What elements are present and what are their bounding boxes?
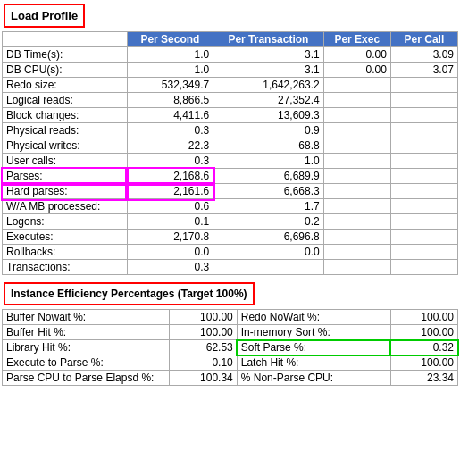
lp-per-exec xyxy=(323,78,390,93)
lp-per-tx: 13,609.3 xyxy=(213,108,323,123)
lp-per-exec xyxy=(323,138,390,154)
lp-per-second: 1.0 xyxy=(127,63,213,78)
lp-per-tx: 68.8 xyxy=(213,138,323,154)
lp-per-second: 0.3 xyxy=(127,123,213,138)
eff-val1: 0.10 xyxy=(170,355,237,371)
lp-per-second: 532,349.7 xyxy=(127,78,213,93)
lp-per-second: 0.6 xyxy=(127,199,213,214)
lp-per-call xyxy=(390,78,457,93)
lp-per-exec xyxy=(323,260,390,275)
eff-label1: Execute to Parse %: xyxy=(3,355,170,371)
lp-per-tx: 0.9 xyxy=(213,123,323,138)
lp-per-tx: 1,642,263.2 xyxy=(213,78,323,93)
lp-per-call: 3.07 xyxy=(390,63,457,78)
eff-label1: Buffer Hit %: xyxy=(3,325,170,340)
lp-row-label: Logical reads: xyxy=(3,93,128,108)
eff-val2: 23.34 xyxy=(390,371,457,386)
lp-row-label: Hard parses: xyxy=(3,184,128,199)
eff-val1: 100.00 xyxy=(170,325,237,340)
lp-per-exec: 0.00 xyxy=(323,47,390,63)
lp-row-label: Rollbacks: xyxy=(3,245,128,260)
lp-per-second: 0.3 xyxy=(127,260,213,275)
lp-per-second: 0.1 xyxy=(127,214,213,230)
lp-per-call xyxy=(390,93,457,108)
lp-row-label: Redo size: xyxy=(3,78,128,93)
lp-per-exec: 0.00 xyxy=(323,63,390,78)
lp-per-call xyxy=(390,214,457,230)
lp-per-call xyxy=(390,138,457,154)
lp-per-call xyxy=(390,199,457,214)
eff-label2: Soft Parse %: xyxy=(237,340,390,355)
lp-per-call xyxy=(390,169,457,184)
lp-per-tx xyxy=(213,260,323,275)
lp-per-second: 8,866.5 xyxy=(127,93,213,108)
lp-per-second: 2,161.6 xyxy=(127,184,213,199)
lp-per-call xyxy=(390,154,457,169)
lp-per-exec xyxy=(323,169,390,184)
lp-row-label: Physical writes: xyxy=(3,138,128,154)
lp-per-exec xyxy=(323,214,390,230)
lp-row-label: DB CPU(s): xyxy=(3,63,128,78)
lp-per-call xyxy=(390,108,457,123)
lp-per-tx: 27,352.4 xyxy=(213,93,323,108)
lp-per-call xyxy=(390,123,457,138)
lp-row-label: Executes: xyxy=(3,230,128,245)
eff-label1: Buffer Nowait %: xyxy=(3,310,170,325)
eff-label2: Redo NoWait %: xyxy=(237,310,390,325)
lp-row-label: W/A MB processed: xyxy=(3,199,128,214)
lp-per-exec xyxy=(323,184,390,199)
col-per-transaction: Per Transaction xyxy=(213,32,323,47)
col-per-call: Per Call xyxy=(390,32,457,47)
lp-per-call xyxy=(390,230,457,245)
eff-val1: 100.00 xyxy=(170,310,237,325)
lp-row-label: Logons: xyxy=(3,214,128,230)
lp-per-call xyxy=(390,245,457,260)
eff-val2: 100.00 xyxy=(390,325,457,340)
lp-per-tx: 6,696.8 xyxy=(213,230,323,245)
lp-per-call xyxy=(390,260,457,275)
eff-label2: Latch Hit %: xyxy=(237,355,390,371)
lp-per-exec xyxy=(323,123,390,138)
lp-per-tx: 1.7 xyxy=(213,199,323,214)
eff-val2: 0.32 xyxy=(390,340,457,355)
lp-per-exec xyxy=(323,245,390,260)
lp-per-tx: 3.1 xyxy=(213,47,323,63)
load-profile-title: Load Profile xyxy=(4,4,85,28)
lp-per-call xyxy=(390,184,457,199)
lp-per-tx: 1.0 xyxy=(213,154,323,169)
lp-per-second: 0.0 xyxy=(127,245,213,260)
lp-row-label: DB Time(s): xyxy=(3,47,128,63)
lp-row-label: Transactions: xyxy=(3,260,128,275)
lp-per-second: 2,168.6 xyxy=(127,169,213,184)
lp-row-label: Parses: xyxy=(3,169,128,184)
lp-per-tx: 0.0 xyxy=(213,245,323,260)
col-per-second: Per Second xyxy=(127,32,213,47)
lp-row-label: Block changes: xyxy=(3,108,128,123)
lp-per-exec xyxy=(323,230,390,245)
eff-val1: 100.34 xyxy=(170,371,237,386)
eff-label2: In-memory Sort %: xyxy=(237,325,390,340)
eff-label1: Library Hit %: xyxy=(3,340,170,355)
col-per-exec: Per Exec xyxy=(323,32,390,47)
lp-per-exec xyxy=(323,199,390,214)
load-profile-table: Per Second Per Transaction Per Exec Per … xyxy=(2,31,458,275)
lp-per-exec xyxy=(323,93,390,108)
lp-per-exec xyxy=(323,108,390,123)
eff-val2: 100.00 xyxy=(390,310,457,325)
instance-eff-table: Buffer Nowait %:100.00Redo NoWait %:100.… xyxy=(2,309,458,386)
lp-per-second: 4,411.6 xyxy=(127,108,213,123)
eff-label1: Parse CPU to Parse Elapsd %: xyxy=(3,371,170,386)
lp-per-tx: 0.2 xyxy=(213,214,323,230)
lp-row-label: User calls: xyxy=(3,154,128,169)
lp-per-exec xyxy=(323,154,390,169)
lp-per-second: 0.3 xyxy=(127,154,213,169)
instance-eff-title: Instance Efficiency Percentages (Target … xyxy=(4,282,255,305)
lp-per-second: 1.0 xyxy=(127,47,213,63)
lp-per-second: 22.3 xyxy=(127,138,213,154)
lp-per-tx: 6,689.9 xyxy=(213,169,323,184)
lp-row-label: Physical reads: xyxy=(3,123,128,138)
lp-per-tx: 3.1 xyxy=(213,63,323,78)
lp-per-call: 3.09 xyxy=(390,47,457,63)
lp-per-second: 2,170.8 xyxy=(127,230,213,245)
eff-label2: % Non-Parse CPU: xyxy=(237,371,390,386)
